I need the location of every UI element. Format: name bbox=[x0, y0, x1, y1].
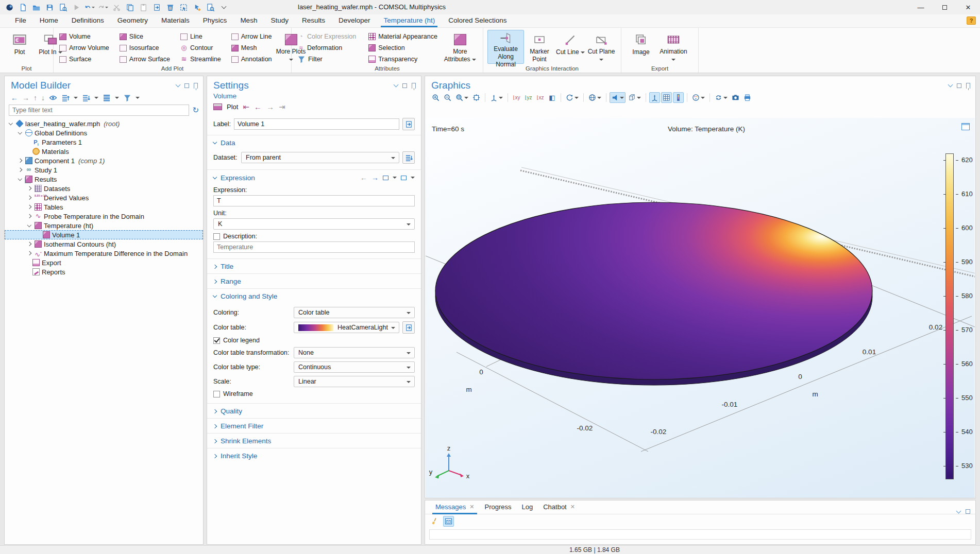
refresh-icon[interactable]: ↻ bbox=[192, 106, 199, 115]
tab-chatbot[interactable]: Chatbot✕ bbox=[539, 500, 579, 514]
tree-item-tables[interactable]: Tables bbox=[5, 202, 203, 212]
marker-point-button[interactable]: Marker Point bbox=[524, 30, 555, 64]
pick-icon[interactable] bbox=[192, 2, 202, 12]
section-coloring-and-style[interactable]: Coloring and Style bbox=[207, 288, 421, 303]
tree-item-results[interactable]: Results bbox=[5, 175, 203, 184]
first-plot-icon[interactable]: ⇤ bbox=[243, 103, 249, 111]
zoom-in-icon[interactable] bbox=[430, 92, 441, 103]
tab-developer[interactable]: Developer bbox=[332, 14, 377, 27]
collapse-up-icon[interactable] bbox=[61, 94, 70, 102]
undo-icon[interactable] bbox=[85, 2, 95, 12]
select-box-icon[interactable] bbox=[178, 2, 189, 12]
close-tab-icon[interactable]: ✕ bbox=[469, 504, 474, 510]
import-icon[interactable] bbox=[151, 2, 162, 12]
expression-forward-icon[interactable]: → bbox=[371, 174, 379, 182]
redo-icon[interactable] bbox=[98, 2, 108, 12]
image-button[interactable]: Image bbox=[626, 30, 656, 64]
tree-item-component-1[interactable]: Component 1(comp 1) bbox=[5, 156, 203, 165]
description-input[interactable] bbox=[213, 241, 415, 253]
qat-customize-chevron[interactable] bbox=[218, 2, 229, 12]
add-volume-button[interactable]: Volume bbox=[58, 31, 111, 42]
minimize-button[interactable]: — bbox=[909, 0, 933, 14]
tree-item-max-temperature-difference[interactable]: ∿*Maximum Temperature Difference in the … bbox=[5, 249, 203, 258]
add-streamline-button[interactable]: ≋Streamline bbox=[179, 54, 223, 65]
tab-results[interactable]: Results bbox=[295, 14, 332, 27]
description-checkbox[interactable] bbox=[213, 233, 220, 240]
animation-button[interactable]: Animation bbox=[656, 30, 690, 64]
tree-item-isothermal-contours[interactable]: Isothermal Contours (ht) bbox=[5, 239, 203, 249]
expression-input[interactable] bbox=[213, 195, 415, 206]
label-field-input[interactable] bbox=[234, 118, 399, 130]
color-table-type-select[interactable]: Continuous bbox=[294, 361, 415, 373]
float-panel-icon[interactable] bbox=[966, 509, 970, 514]
add-arrow-volume-button[interactable]: Arrow Volume bbox=[58, 42, 111, 54]
add-isosurface-button[interactable]: Isosurface bbox=[118, 42, 172, 54]
graphics-canvas[interactable]: 0.02 0.01 0 -0.01 -0.02 -0.02 0 m m z y … bbox=[426, 118, 975, 498]
float-panel-icon[interactable] bbox=[957, 83, 961, 88]
snapshot-icon[interactable] bbox=[730, 92, 741, 103]
run-icon[interactable] bbox=[71, 2, 81, 12]
open-file-icon[interactable] bbox=[31, 2, 41, 12]
transparency-toggle-icon[interactable] bbox=[627, 92, 643, 103]
view-yz-icon[interactable]: ⌊yz bbox=[523, 92, 534, 103]
panel-menu-icon[interactable] bbox=[394, 82, 399, 88]
preview-icon[interactable] bbox=[205, 2, 215, 12]
tree-item-temperature-ht[interactable]: Temperature (ht) bbox=[5, 221, 203, 230]
tab-geometry[interactable]: Geometry bbox=[111, 14, 155, 27]
color-legend-checkbox[interactable] bbox=[213, 337, 220, 344]
tab-log[interactable]: Log bbox=[518, 500, 537, 514]
tab-home[interactable]: Home bbox=[33, 14, 65, 27]
save-icon[interactable] bbox=[44, 2, 55, 12]
filter-button[interactable]: Filter bbox=[296, 54, 358, 65]
tab-file[interactable]: File bbox=[8, 14, 33, 27]
tab-physics[interactable]: Physics bbox=[196, 14, 234, 27]
evaluate-along-normal-button[interactable]: Evaluate Along Normal bbox=[487, 30, 524, 64]
add-contour-button[interactable]: ◎Contour bbox=[179, 42, 223, 54]
zoom-extents-icon[interactable] bbox=[471, 92, 482, 103]
add-arrow-line-button[interactable]: Arrow Line bbox=[230, 31, 274, 42]
close-tab-icon[interactable]: ✕ bbox=[570, 504, 575, 510]
back-icon[interactable]: ← bbox=[11, 94, 18, 102]
replace-expression-icon[interactable] bbox=[383, 176, 388, 180]
show-axis-orientation-icon[interactable] bbox=[649, 92, 660, 103]
show-grid-icon[interactable] bbox=[661, 92, 672, 103]
new-file-icon[interactable] bbox=[18, 2, 28, 12]
tab-messages[interactable]: Messages✕ bbox=[431, 500, 478, 514]
scene-settings-icon[interactable] bbox=[587, 92, 603, 103]
go-to-source-button[interactable] bbox=[402, 151, 415, 164]
help-icon[interactable]: ? bbox=[967, 16, 976, 25]
move-up-icon[interactable]: ↑ bbox=[33, 94, 37, 102]
show-icon[interactable] bbox=[49, 94, 57, 102]
rotate-view-icon[interactable] bbox=[564, 92, 580, 103]
cut-line-button[interactable]: Cut Line bbox=[555, 30, 586, 64]
section-element-filter[interactable]: Element Filter bbox=[207, 418, 421, 433]
tab-definitions[interactable]: Definitions bbox=[65, 14, 111, 27]
view-xz-icon[interactable]: ⌊xz bbox=[535, 92, 546, 103]
scale-select[interactable]: Linear bbox=[294, 376, 415, 387]
tree-filter-input[interactable] bbox=[9, 105, 189, 116]
zoom-out-icon[interactable] bbox=[442, 92, 453, 103]
section-shrink-elements[interactable]: Shrink Elements bbox=[207, 433, 421, 448]
next-plot-icon[interactable]: → bbox=[266, 103, 274, 111]
unit-select[interactable]: K bbox=[213, 218, 415, 230]
plot-button[interactable]: Plot bbox=[4, 30, 35, 64]
tab-colored-selections[interactable]: Colored Selections bbox=[442, 14, 513, 27]
add-mesh-button[interactable]: Mesh bbox=[230, 42, 274, 54]
selection-button[interactable]: Selection bbox=[367, 42, 439, 54]
add-annotation-button[interactable]: Annotation bbox=[230, 54, 274, 65]
expression-back-icon[interactable]: ← bbox=[360, 174, 367, 182]
view-xy-icon[interactable]: ⌊xy bbox=[511, 92, 522, 103]
update-plot-icon[interactable] bbox=[713, 92, 729, 103]
float-panel-icon[interactable] bbox=[402, 83, 407, 88]
panel-menu-icon[interactable] bbox=[956, 508, 961, 513]
tree-item-study-1[interactable]: ∞Study 1 bbox=[5, 165, 203, 175]
print-icon[interactable] bbox=[742, 92, 753, 103]
color-table-browse-button[interactable] bbox=[402, 321, 415, 334]
cut-icon[interactable] bbox=[111, 2, 122, 12]
section-inherit-style[interactable]: Inherit Style bbox=[207, 448, 421, 463]
insert-expression-icon[interactable] bbox=[401, 176, 407, 180]
color-table-transformation-select[interactable]: None bbox=[294, 347, 415, 358]
tree-item-root[interactable]: laser_heating_wafer.mph(root) bbox=[5, 119, 203, 128]
add-line-button[interactable]: Line bbox=[179, 31, 223, 42]
add-surface-button[interactable]: Surface bbox=[58, 54, 111, 65]
